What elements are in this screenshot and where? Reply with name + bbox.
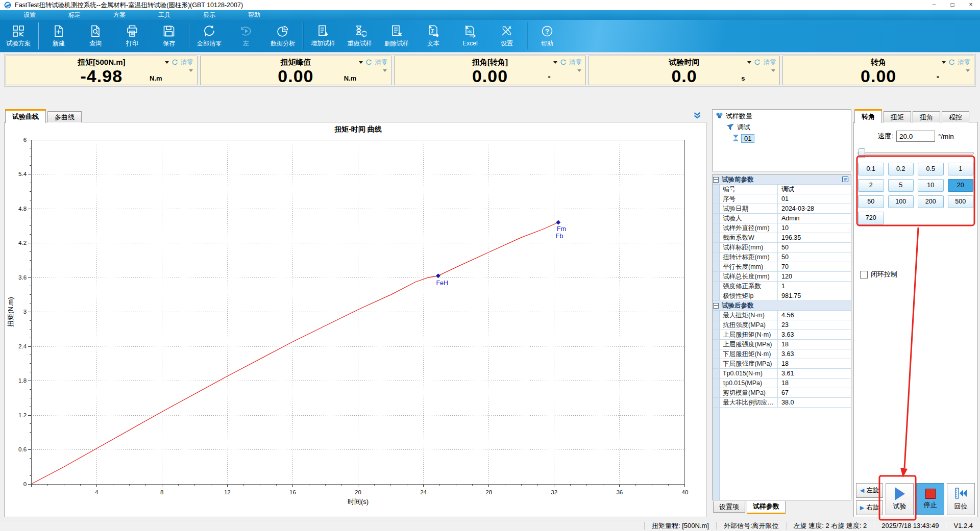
tab-rotation-angle[interactable]: 转角: [854, 109, 882, 123]
tree-node-sample-01[interactable]: 01: [713, 132, 851, 143]
tree-root-sample-count[interactable]: 试样数量: [713, 110, 851, 121]
toolbar-data-analysis[interactable]: 数据分析: [264, 20, 301, 52]
clear-icon[interactable]: [560, 59, 567, 66]
minimize-button[interactable]: –: [925, 0, 943, 10]
tab-twist-angle[interactable]: 扭角: [913, 111, 940, 122]
chevron-down-icon[interactable]: [693, 112, 701, 121]
param-row[interactable]: 截面系数W196.35: [713, 233, 851, 243]
toolbar-settings[interactable]: 设置: [488, 20, 525, 52]
clear-zero-button[interactable]: 清零: [181, 58, 193, 67]
dropdown-icon[interactable]: [165, 61, 169, 64]
param-row[interactable]: 试验人Admin: [713, 214, 851, 223]
close-button[interactable]: ×: [962, 0, 980, 10]
maximize-button[interactable]: □: [943, 0, 962, 10]
speed-preset-button-100[interactable]: 100: [888, 195, 914, 208]
menu-settings[interactable]: 设置: [11, 10, 48, 20]
param-row[interactable]: 下屈服强度(MPa)18: [713, 359, 851, 369]
toolbar-redo-sample[interactable]: 重做试样: [341, 20, 378, 52]
speed-preset-button-5[interactable]: 5: [888, 179, 914, 192]
param-row[interactable]: τp0.015(MPa)18: [713, 378, 851, 388]
param-row[interactable]: 上屈服强度(MPa)18: [713, 340, 851, 349]
param-row[interactable]: 序号01: [713, 194, 851, 204]
test-start-button[interactable]: 试验: [886, 483, 914, 515]
param-row[interactable]: 扭转计标距(mm)50: [713, 252, 851, 262]
toolbar-delete-sample[interactable]: 删除试样: [378, 20, 415, 52]
tab-settings-items[interactable]: 设置项: [713, 501, 745, 513]
tab-torque[interactable]: 扭矩: [884, 111, 911, 122]
speed-preset-button-50[interactable]: 50: [858, 195, 884, 208]
menu-tools[interactable]: 工具: [146, 10, 183, 20]
speed-preset-button-10[interactable]: 10: [918, 179, 944, 192]
speed-input[interactable]: [896, 131, 935, 142]
slider-thumb[interactable]: [859, 148, 865, 158]
menu-display[interactable]: 显示: [191, 10, 228, 20]
home-button[interactable]: 回位: [947, 483, 975, 515]
param-row[interactable]: 最大非比例切应变(...38.0: [713, 398, 851, 408]
menu-calibration[interactable]: 标定: [56, 10, 93, 20]
menu-help[interactable]: 帮助: [236, 10, 273, 20]
dropdown-icon[interactable]: [553, 61, 557, 64]
toolbar-test-plan[interactable]: 试验方案: [0, 20, 37, 52]
clear-icon[interactable]: [948, 59, 955, 66]
toolbar-new[interactable]: 新建: [40, 20, 77, 52]
dropdown-icon[interactable]: [359, 61, 363, 64]
toolbar-excel-export[interactable]: xls Excel: [452, 20, 488, 52]
collapse-icon[interactable]: [713, 177, 719, 183]
speed-preset-button-0.1[interactable]: 0.1: [858, 163, 884, 175]
toolbar-print[interactable]: 打印: [114, 20, 151, 52]
clear-zero-button[interactable]: 清零: [569, 58, 582, 67]
speed-preset-button-200[interactable]: 200: [918, 195, 944, 208]
tree-node-batch[interactable]: 调试: [713, 121, 851, 132]
toolbar-help[interactable]: ? 帮助: [529, 20, 566, 52]
menu-scheme[interactable]: 方案: [101, 10, 138, 20]
clear-icon[interactable]: [365, 59, 372, 66]
param-row[interactable]: 试样外直径(mm)10: [713, 223, 851, 233]
param-row[interactable]: 试验日期2024-03-28: [713, 204, 851, 214]
dropdown-icon[interactable]: [942, 61, 946, 64]
param-row[interactable]: Tp0.015(N·m)3.61: [713, 369, 851, 378]
speed-preset-button-720[interactable]: 720: [858, 212, 884, 224]
toolbar-zero-all[interactable]: 全部清零: [191, 20, 228, 52]
clear-icon[interactable]: [754, 59, 761, 66]
tab-multi-curve[interactable]: 多曲线: [47, 111, 82, 122]
closed-loop-checkbox[interactable]: [860, 271, 868, 279]
param-row[interactable]: 抗扭强度(MPa)23: [713, 320, 851, 330]
toolbar-query[interactable]: 查询: [77, 20, 114, 52]
speed-preset-button-1[interactable]: 1: [948, 163, 974, 175]
clear-icon[interactable]: [172, 59, 178, 66]
param-row[interactable]: 上屈服扭矩(N·m)3.63: [713, 330, 851, 340]
dropdown-icon[interactable]: [747, 61, 751, 64]
copy-params-icon[interactable]: [842, 175, 849, 184]
param-row[interactable]: 试样标距(mm)50: [713, 243, 851, 252]
param-section-header[interactable]: 试验后参数: [713, 301, 851, 311]
jog-left-button[interactable]: ◀ 左旋: [856, 483, 883, 498]
speed-slider[interactable]: [857, 148, 974, 157]
stop-button[interactable]: 停止: [916, 483, 944, 515]
speed-preset-button-2[interactable]: 2: [858, 179, 884, 192]
tab-program-control[interactable]: 程控: [942, 111, 969, 122]
param-section-header[interactable]: 试验前参数: [713, 175, 851, 185]
param-row[interactable]: 下屈服扭矩(N·m)3.63: [713, 349, 851, 359]
speed-preset-button-0.2[interactable]: 0.2: [888, 163, 914, 175]
toolbar-text-export[interactable]: 文本: [415, 20, 452, 52]
tab-sample-params[interactable]: 试样参数: [747, 501, 786, 514]
param-row[interactable]: 极惯性矩Ip981.75: [713, 291, 851, 301]
toolbar-add-sample[interactable]: 增加试样: [305, 20, 341, 52]
clear-zero-button[interactable]: 清零: [958, 58, 970, 67]
param-row[interactable]: 剪切模量(MPa)67: [713, 388, 851, 398]
param-row[interactable]: 强度修正系数1: [713, 282, 851, 291]
param-row[interactable]: 最大扭矩(N·m)4.56: [713, 311, 851, 320]
collapse-icon[interactable]: [713, 303, 719, 309]
clear-zero-button[interactable]: 清零: [375, 58, 387, 67]
jog-right-button[interactable]: ▶ 右旋: [856, 500, 883, 515]
speed-preset-button-20[interactable]: 20: [948, 179, 974, 192]
speed-preset-button-0.5[interactable]: 0.5: [918, 163, 944, 175]
clear-zero-button[interactable]: 清零: [763, 58, 776, 67]
closed-loop-row[interactable]: 闭环控制: [860, 270, 897, 279]
toolbar-save[interactable]: 保存: [151, 20, 187, 52]
speed-preset-button-500[interactable]: 500: [948, 195, 974, 208]
param-row[interactable]: 编号调试: [713, 185, 851, 194]
tab-test-curve[interactable]: 试验曲线: [5, 109, 46, 123]
param-row[interactable]: 平行长度(mm)70: [713, 262, 851, 272]
param-row[interactable]: 试样总长度(mm)120: [713, 272, 851, 282]
